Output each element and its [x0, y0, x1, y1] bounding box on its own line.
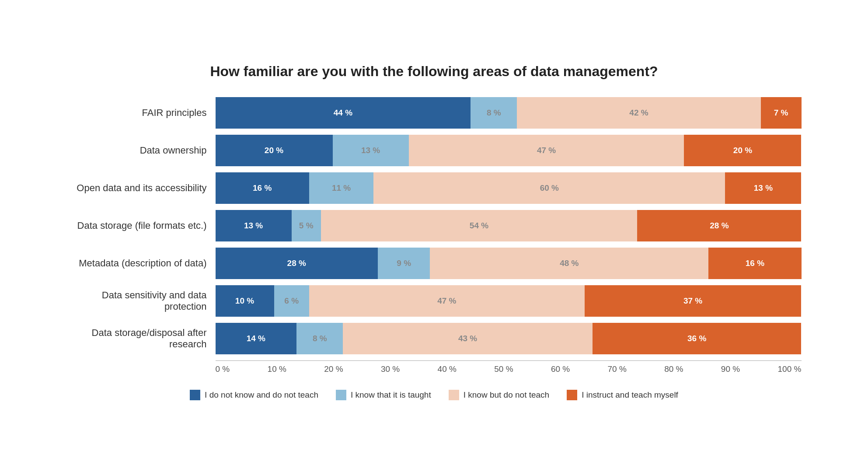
bar-label: Data ownership: [67, 145, 216, 156]
bar-segment-orange: 37 %: [585, 285, 802, 317]
bar-row: Data storage/disposal after research14 %…: [67, 323, 802, 354]
x-axis-tick: 100 %: [778, 364, 802, 374]
legend-label: I know that it is taught: [351, 390, 431, 400]
bar-row: Data ownership20 %13 %47 %20 %: [67, 135, 802, 166]
x-axis-tick: 70 %: [608, 364, 627, 374]
x-axis-tick: 0 %: [216, 364, 230, 374]
bar-segment-orange: 16 %: [708, 248, 801, 279]
x-axis-tick: 10 %: [268, 364, 286, 374]
bar-segment-orange: 7 %: [761, 97, 802, 129]
bar-row: FAIR principles44 %8 %42 %7 %: [67, 97, 802, 129]
bar-segment-peach: 54 %: [321, 210, 638, 241]
bar-segment-dark-blue: 16 %: [216, 172, 309, 204]
bar-segment-dark-blue: 28 %: [216, 248, 378, 279]
bar-label: Open data and its accessibility: [67, 182, 216, 194]
legend-label: I instruct and teach myself: [582, 390, 678, 400]
bar-segment-light-blue: 11 %: [309, 172, 373, 204]
bar-segment-dark-blue: 10 %: [216, 285, 274, 317]
x-axis-tick: 20 %: [324, 364, 343, 374]
bar-segment-light-blue: 6 %: [274, 285, 309, 317]
bar-segment-peach: 47 %: [409, 135, 684, 166]
legend-item: I know that it is taught: [336, 390, 431, 400]
bar-segment-light-blue: 13 %: [333, 135, 409, 166]
x-axis-tick: 50 %: [494, 364, 513, 374]
bar-track: 16 %11 %60 %13 %: [216, 172, 802, 204]
bar-track: 44 %8 %42 %7 %: [216, 97, 802, 129]
bar-row: Open data and its accessibility16 %11 %6…: [67, 172, 802, 204]
bar-track: 13 %5 %54 %28 %: [216, 210, 802, 241]
legend-label: I know but do not teach: [464, 390, 549, 400]
bar-row: Data sensitivity and data protection10 %…: [67, 285, 802, 317]
chart-area: FAIR principles44 %8 %42 %7 %Data owners…: [67, 97, 802, 360]
bar-label: FAIR principles: [67, 107, 216, 119]
bar-label: Data storage (file formats etc.): [67, 220, 216, 231]
bar-segment-light-blue: 8 %: [296, 323, 343, 354]
legend-color-box-peach: [449, 390, 459, 400]
bar-label: Data sensitivity and data protection: [67, 290, 216, 312]
bar-segment-dark-blue: 20 %: [216, 135, 333, 166]
x-axis-tick: 30 %: [381, 364, 400, 374]
bar-track: 14 %8 %43 %36 %: [216, 323, 802, 354]
bar-row: Metadata (description of data)28 %9 %48 …: [67, 248, 802, 279]
bar-segment-peach: 48 %: [430, 248, 708, 279]
bar-segment-orange: 36 %: [593, 323, 802, 354]
bar-track: 10 %6 %47 %37 %: [216, 285, 802, 317]
bar-segment-orange: 28 %: [637, 210, 801, 241]
chart-title: How familiar are you with the following …: [67, 63, 802, 80]
bar-segment-peach: 42 %: [517, 97, 760, 129]
bar-segment-light-blue: 8 %: [471, 97, 517, 129]
x-axis: 0 %10 %20 %30 %40 %50 %60 %70 %80 %90 %1…: [216, 360, 802, 374]
chart-container: How familiar are you with the following …: [41, 46, 828, 427]
bar-segment-light-blue: 9 %: [378, 248, 430, 279]
legend-color-box-light-blue: [336, 390, 346, 400]
bar-segment-peach: 43 %: [343, 323, 593, 354]
legend-label: I do not know and do not teach: [205, 390, 318, 400]
bar-segment-dark-blue: 44 %: [216, 97, 471, 129]
bar-segment-dark-blue: 13 %: [216, 210, 292, 241]
bar-track: 28 %9 %48 %16 %: [216, 248, 802, 279]
legend: I do not know and do not teachI know tha…: [67, 390, 802, 400]
legend-item: I know but do not teach: [449, 390, 549, 400]
bar-segment-peach: 47 %: [309, 285, 585, 317]
bar-track: 20 %13 %47 %20 %: [216, 135, 802, 166]
legend-color-box-dark-blue: [190, 390, 200, 400]
x-axis-tick: 80 %: [664, 364, 683, 374]
bar-segment-light-blue: 5 %: [292, 210, 321, 241]
bar-segment-orange: 13 %: [725, 172, 801, 204]
bar-segment-dark-blue: 14 %: [216, 323, 297, 354]
legend-item: I do not know and do not teach: [190, 390, 318, 400]
legend-item: I instruct and teach myself: [567, 390, 678, 400]
bar-segment-orange: 20 %: [684, 135, 801, 166]
x-axis-tick: 40 %: [438, 364, 457, 374]
bar-label: Metadata (description of data): [67, 258, 216, 269]
bar-label: Data storage/disposal after research: [67, 327, 216, 350]
legend-color-box-orange: [567, 390, 577, 400]
x-axis-tick: 60 %: [551, 364, 570, 374]
bar-row: Data storage (file formats etc.)13 %5 %5…: [67, 210, 802, 241]
x-axis-tick: 90 %: [721, 364, 740, 374]
bar-segment-peach: 60 %: [373, 172, 725, 204]
